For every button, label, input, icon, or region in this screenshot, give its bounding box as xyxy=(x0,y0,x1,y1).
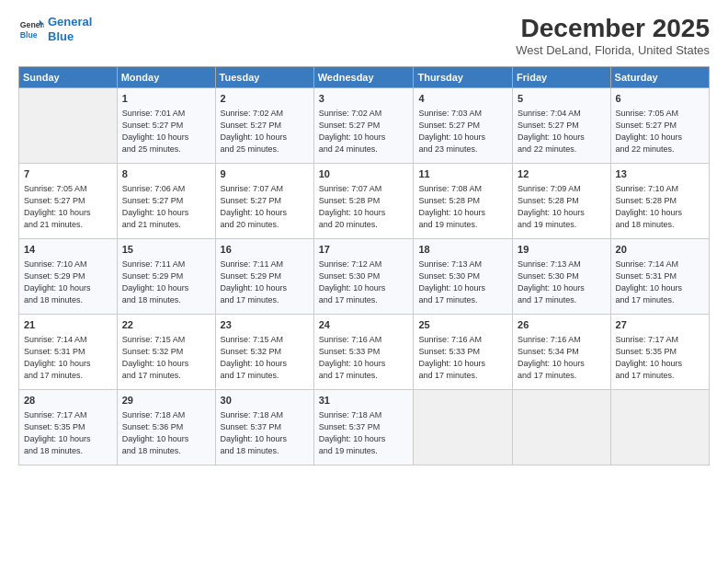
day-number: 18 xyxy=(418,243,507,257)
day-info: Sunrise: 7:07 AM Sunset: 5:28 PM Dayligh… xyxy=(319,183,409,231)
calendar-cell: 27Sunrise: 7:17 AM Sunset: 5:35 PM Dayli… xyxy=(610,314,709,389)
calendar-cell xyxy=(414,389,513,465)
calendar-cell: 30Sunrise: 7:18 AM Sunset: 5:37 PM Dayli… xyxy=(215,389,313,465)
day-info: Sunrise: 7:11 AM Sunset: 5:29 PM Dayligh… xyxy=(122,259,210,306)
calendar-cell xyxy=(19,87,118,163)
day-info: Sunrise: 7:13 AM Sunset: 5:30 PM Dayligh… xyxy=(518,259,605,306)
day-info: Sunrise: 7:04 AM Sunset: 5:27 PM Dayligh… xyxy=(518,108,605,155)
day-number: 3 xyxy=(319,92,409,106)
title-block: December 2025 West DeLand, Florida, Unit… xyxy=(516,15,710,57)
header-row: SundayMondayTuesdayWednesdayThursdayFrid… xyxy=(19,66,710,87)
day-info: Sunrise: 7:10 AM Sunset: 5:28 PM Dayligh… xyxy=(616,183,704,231)
day-number: 30 xyxy=(221,394,309,408)
day-number: 20 xyxy=(616,243,704,257)
day-number: 25 xyxy=(418,318,507,332)
calendar-cell: 4Sunrise: 7:03 AM Sunset: 5:27 PM Daylig… xyxy=(414,87,513,163)
week-row-4: 21Sunrise: 7:14 AM Sunset: 5:31 PM Dayli… xyxy=(19,314,710,389)
calendar-cell: 17Sunrise: 7:12 AM Sunset: 5:30 PM Dayli… xyxy=(313,238,414,314)
calendar-cell: 1Sunrise: 7:01 AM Sunset: 5:27 PM Daylig… xyxy=(117,87,215,163)
day-header-wednesday: Wednesday xyxy=(313,66,414,87)
day-info: Sunrise: 7:16 AM Sunset: 5:33 PM Dayligh… xyxy=(418,334,507,382)
day-info: Sunrise: 7:12 AM Sunset: 5:30 PM Dayligh… xyxy=(319,259,409,306)
calendar-cell: 25Sunrise: 7:16 AM Sunset: 5:33 PM Dayli… xyxy=(414,314,513,389)
svg-text:Blue: Blue xyxy=(20,29,38,39)
calendar-cell: 7Sunrise: 7:05 AM Sunset: 5:27 PM Daylig… xyxy=(19,163,118,238)
day-number: 4 xyxy=(418,92,507,106)
day-number: 28 xyxy=(24,394,112,408)
day-number: 27 xyxy=(616,318,704,332)
day-info: Sunrise: 7:05 AM Sunset: 5:27 PM Dayligh… xyxy=(24,183,112,231)
calendar-cell: 15Sunrise: 7:11 AM Sunset: 5:29 PM Dayli… xyxy=(117,238,215,314)
calendar-cell: 18Sunrise: 7:13 AM Sunset: 5:30 PM Dayli… xyxy=(414,238,513,314)
month-title: December 2025 xyxy=(516,15,710,43)
logo-text: General Blue xyxy=(48,15,92,43)
calendar-cell: 29Sunrise: 7:18 AM Sunset: 5:36 PM Dayli… xyxy=(117,389,215,465)
calendar-cell: 8Sunrise: 7:06 AM Sunset: 5:27 PM Daylig… xyxy=(117,163,215,238)
day-number: 21 xyxy=(24,318,112,332)
week-row-2: 7Sunrise: 7:05 AM Sunset: 5:27 PM Daylig… xyxy=(19,163,710,238)
day-number: 13 xyxy=(616,167,704,181)
calendar-cell: 11Sunrise: 7:08 AM Sunset: 5:28 PM Dayli… xyxy=(414,163,513,238)
calendar-cell xyxy=(610,389,709,465)
calendar-cell: 28Sunrise: 7:17 AM Sunset: 5:35 PM Dayli… xyxy=(19,389,118,465)
day-number: 17 xyxy=(319,243,409,257)
calendar-cell: 5Sunrise: 7:04 AM Sunset: 5:27 PM Daylig… xyxy=(513,87,610,163)
day-number: 5 xyxy=(518,92,605,106)
day-info: Sunrise: 7:03 AM Sunset: 5:27 PM Dayligh… xyxy=(418,108,507,155)
day-info: Sunrise: 7:01 AM Sunset: 5:27 PM Dayligh… xyxy=(122,108,210,155)
header: General Blue General Blue December 2025 … xyxy=(18,15,710,57)
calendar-cell: 20Sunrise: 7:14 AM Sunset: 5:31 PM Dayli… xyxy=(610,238,709,314)
day-number: 7 xyxy=(24,167,112,181)
week-row-1: 1Sunrise: 7:01 AM Sunset: 5:27 PM Daylig… xyxy=(19,87,710,163)
day-number: 1 xyxy=(122,92,210,106)
day-info: Sunrise: 7:18 AM Sunset: 5:36 PM Dayligh… xyxy=(122,409,210,457)
day-info: Sunrise: 7:18 AM Sunset: 5:37 PM Dayligh… xyxy=(319,409,409,457)
calendar-cell: 12Sunrise: 7:09 AM Sunset: 5:28 PM Dayli… xyxy=(513,163,610,238)
day-number: 19 xyxy=(518,243,605,257)
day-info: Sunrise: 7:02 AM Sunset: 5:27 PM Dayligh… xyxy=(319,108,409,155)
calendar-table: SundayMondayTuesdayWednesdayThursdayFrid… xyxy=(18,66,710,465)
calendar-cell: 26Sunrise: 7:16 AM Sunset: 5:34 PM Dayli… xyxy=(513,314,610,389)
day-info: Sunrise: 7:17 AM Sunset: 5:35 PM Dayligh… xyxy=(24,409,112,457)
day-info: Sunrise: 7:02 AM Sunset: 5:27 PM Dayligh… xyxy=(221,108,309,155)
day-info: Sunrise: 7:16 AM Sunset: 5:33 PM Dayligh… xyxy=(319,334,409,382)
day-info: Sunrise: 7:16 AM Sunset: 5:34 PM Dayligh… xyxy=(518,334,605,382)
page: General Blue General Blue December 2025 … xyxy=(0,0,728,563)
day-info: Sunrise: 7:18 AM Sunset: 5:37 PM Dayligh… xyxy=(221,409,309,457)
day-number: 29 xyxy=(122,394,210,408)
calendar-cell xyxy=(513,389,610,465)
day-number: 6 xyxy=(616,92,704,106)
calendar-cell: 23Sunrise: 7:15 AM Sunset: 5:32 PM Dayli… xyxy=(215,314,313,389)
day-number: 22 xyxy=(122,318,210,332)
day-info: Sunrise: 7:06 AM Sunset: 5:27 PM Dayligh… xyxy=(122,183,210,231)
day-number: 23 xyxy=(221,318,309,332)
day-number: 16 xyxy=(221,243,309,257)
day-info: Sunrise: 7:05 AM Sunset: 5:27 PM Dayligh… xyxy=(616,108,704,155)
calendar-cell: 3Sunrise: 7:02 AM Sunset: 5:27 PM Daylig… xyxy=(313,87,414,163)
day-number: 8 xyxy=(122,167,210,181)
calendar-cell: 9Sunrise: 7:07 AM Sunset: 5:27 PM Daylig… xyxy=(215,163,313,238)
calendar-cell: 24Sunrise: 7:16 AM Sunset: 5:33 PM Dayli… xyxy=(313,314,414,389)
day-number: 24 xyxy=(319,318,409,332)
calendar-cell: 22Sunrise: 7:15 AM Sunset: 5:32 PM Dayli… xyxy=(117,314,215,389)
calendar-cell: 16Sunrise: 7:11 AM Sunset: 5:29 PM Dayli… xyxy=(215,238,313,314)
day-header-monday: Monday xyxy=(117,66,215,87)
day-info: Sunrise: 7:14 AM Sunset: 5:31 PM Dayligh… xyxy=(24,334,112,382)
calendar-cell: 31Sunrise: 7:18 AM Sunset: 5:37 PM Dayli… xyxy=(313,389,414,465)
calendar-cell: 2Sunrise: 7:02 AM Sunset: 5:27 PM Daylig… xyxy=(215,87,313,163)
day-number: 11 xyxy=(418,167,507,181)
day-info: Sunrise: 7:07 AM Sunset: 5:27 PM Dayligh… xyxy=(221,183,309,231)
logo: General Blue General Blue xyxy=(18,15,92,43)
location: West DeLand, Florida, United States xyxy=(516,43,710,57)
day-info: Sunrise: 7:15 AM Sunset: 5:32 PM Dayligh… xyxy=(221,334,309,382)
day-header-sunday: Sunday xyxy=(19,66,118,87)
calendar-cell: 10Sunrise: 7:07 AM Sunset: 5:28 PM Dayli… xyxy=(313,163,414,238)
day-info: Sunrise: 7:09 AM Sunset: 5:28 PM Dayligh… xyxy=(518,183,605,231)
logo-icon: General Blue xyxy=(18,17,44,42)
day-info: Sunrise: 7:11 AM Sunset: 5:29 PM Dayligh… xyxy=(221,259,309,306)
calendar-cell: 13Sunrise: 7:10 AM Sunset: 5:28 PM Dayli… xyxy=(610,163,709,238)
day-header-friday: Friday xyxy=(513,66,610,87)
day-number: 15 xyxy=(122,243,210,257)
day-info: Sunrise: 7:15 AM Sunset: 5:32 PM Dayligh… xyxy=(122,334,210,382)
day-info: Sunrise: 7:14 AM Sunset: 5:31 PM Dayligh… xyxy=(616,259,704,306)
